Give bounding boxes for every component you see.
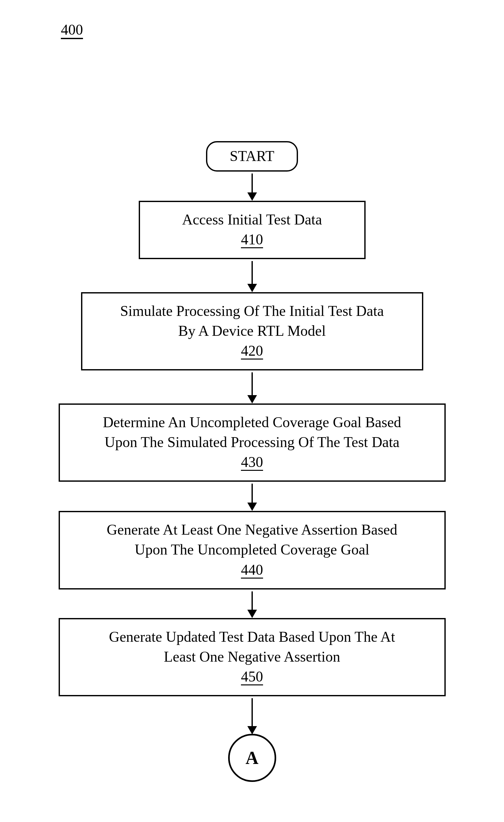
- step-ref: 430: [241, 455, 263, 471]
- step-text-line1: Generate At Least One Negative Assertion…: [70, 520, 435, 540]
- step-410: Access Initial Test Data 410: [139, 201, 366, 259]
- arrow-stem: [252, 591, 253, 610]
- arrowhead-icon: [247, 610, 257, 618]
- step-text-line1: Generate Updated Test Data Based Upon Th…: [70, 627, 435, 647]
- arrowhead-icon: [247, 502, 257, 511]
- flowchart: START Access Initial Test Data 410 Simul…: [0, 141, 504, 782]
- arrow-stem: [252, 698, 253, 727]
- step-ref: 410: [241, 232, 263, 248]
- step-ref: 450: [241, 669, 263, 685]
- step-text-line2: Upon The Simulated Processing Of The Tes…: [70, 432, 435, 452]
- page: 400 START Access Initial Test Data 410 S…: [0, 0, 504, 822]
- step-text: Access Initial Test Data: [150, 210, 355, 230]
- start-label: START: [230, 148, 274, 164]
- arrow-stem: [252, 372, 253, 395]
- arrow-440-to-450: [247, 591, 257, 618]
- arrow-start-to-410: [247, 173, 257, 201]
- step-text-line1: Simulate Processing Of The Initial Test …: [92, 301, 412, 321]
- arrowhead-icon: [247, 284, 257, 292]
- arrowhead-icon: [247, 192, 257, 201]
- step-text-line1: Determine An Uncompleted Coverage Goal B…: [70, 412, 435, 432]
- connector-label: A: [245, 748, 258, 768]
- start-terminator: START: [206, 141, 298, 171]
- arrow-420-to-430: [247, 372, 257, 403]
- figure-number: 400: [61, 22, 83, 39]
- arrowhead-icon: [247, 726, 257, 735]
- arrowhead-icon: [247, 395, 257, 403]
- step-450: Generate Updated Test Data Based Upon Th…: [59, 618, 446, 696]
- step-ref: 440: [241, 562, 263, 578]
- arrow-stem: [252, 484, 253, 503]
- offpage-connector-A: A: [228, 734, 276, 782]
- arrow-stem: [252, 261, 253, 284]
- step-text-line2: Upon The Uncompleted Coverage Goal: [70, 540, 435, 560]
- arrow-430-to-440: [247, 484, 257, 511]
- arrow-450-to-A: [247, 698, 257, 735]
- step-ref: 420: [241, 344, 263, 360]
- step-text-line2: By A Device RTL Model: [92, 321, 412, 341]
- step-text-line2: Least One Negative Assertion: [70, 647, 435, 667]
- step-430: Determine An Uncompleted Coverage Goal B…: [59, 403, 446, 482]
- step-440: Generate At Least One Negative Assertion…: [59, 511, 446, 589]
- arrow-stem: [252, 173, 253, 193]
- step-420: Simulate Processing Of The Initial Test …: [81, 292, 423, 370]
- arrow-410-to-420: [247, 261, 257, 292]
